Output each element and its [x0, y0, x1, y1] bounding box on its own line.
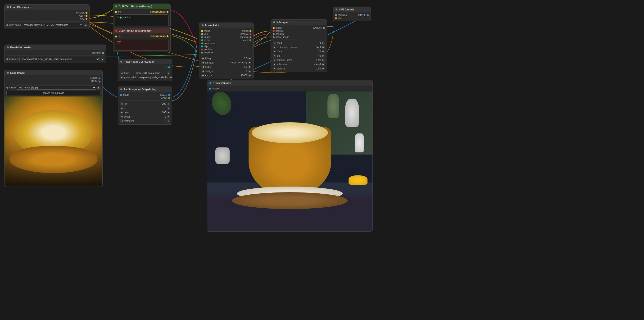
pad-left-left[interactable]: ◀ — [120, 102, 123, 106]
pp-image-in-port[interactable] — [201, 36, 203, 38]
vd-vae-in-port[interactable] — [335, 17, 337, 19]
pad-bottom-left[interactable]: ◀ — [120, 115, 123, 118]
pp-fitting-left[interactable]: ◀ — [201, 57, 204, 60]
pp-base-left[interactable]: ◀ — [120, 71, 123, 75]
pad-left-right[interactable]: ▶ — [167, 102, 170, 106]
pp-end-right[interactable]: ▶ — [248, 74, 252, 77]
pp-fitting-right[interactable]: ▶ — [248, 57, 252, 60]
ckpt-arrow[interactable]: ▶ — [84, 24, 88, 27]
pp-pp-left[interactable]: ◀ — [120, 76, 123, 79]
pad-right-right[interactable]: ▶ — [167, 111, 170, 114]
pi-images-in-port[interactable] — [209, 88, 211, 90]
pad-image-out-port[interactable] — [168, 94, 170, 96]
pp-scale-left[interactable]: ◀ — [201, 65, 204, 69]
clip2-text[interactable]: text — [115, 39, 168, 51]
pp-start-left[interactable]: ◀ — [201, 70, 204, 73]
pad-feathering-right[interactable]: ▶ — [167, 119, 170, 123]
pp-function-left[interactable]: ◀ — [201, 61, 204, 64]
brushnet-arrow[interactable]: ▶ — [101, 58, 104, 61]
pad-image-header: Pad Image for Outpainting — [118, 87, 172, 92]
vae-output-port[interactable] — [86, 18, 88, 20]
pad-top-right[interactable]: ▶ — [167, 106, 170, 110]
ks-latent-in-port[interactable] — [273, 36, 274, 38]
clip2-cond-port[interactable] — [166, 35, 168, 37]
clip1-cond-port[interactable] — [166, 11, 168, 13]
pp-negative-in-port[interactable] — [201, 52, 203, 54]
ks-cfg-right[interactable]: ▶ — [322, 54, 325, 57]
mask-out-port[interactable] — [98, 81, 100, 83]
pp-clip-out-port[interactable] — [168, 66, 170, 68]
pad-image-in-port[interactable] — [120, 94, 122, 96]
ks-latent-out-port[interactable] — [323, 27, 325, 29]
clip2-in-port[interactable] — [115, 36, 117, 38]
pad-top-left[interactable]: ◀ — [120, 106, 123, 110]
brushnet-in-port[interactable] — [6, 58, 8, 60]
ks-model-in-port[interactable] — [273, 27, 274, 29]
ks-scheduler-left[interactable]: ◀ — [273, 63, 276, 66]
ks-denoise-left[interactable]: ◀ — [273, 67, 276, 70]
clip2-in-row: clip — [115, 35, 121, 38]
powerpaint-inputs: model vae image mask — [201, 29, 216, 54]
clip-output-port[interactable] — [86, 15, 88, 17]
clip1-title: CLIP Text Encode (Prompt) — [119, 5, 152, 8]
clip1-text[interactable]: empty scene — [115, 15, 168, 26]
ks-cfg-left[interactable]: ◀ — [273, 54, 276, 57]
ks-seed-right[interactable]: ▶ — [322, 41, 325, 45]
image-in-port[interactable] — [6, 87, 8, 89]
pp-mask-in-port[interactable] — [201, 39, 203, 41]
ks-cag-left[interactable]: ◀ — [273, 46, 276, 49]
pp-vae-in-port[interactable] — [201, 33, 203, 35]
pp-base-right[interactable]: ▶ — [167, 71, 170, 75]
pp-negative-in-row: negative — [201, 51, 213, 54]
clip1-in-port[interactable] — [115, 11, 117, 13]
load-checkpoint-body: MODEL CLIP VAE ckpt_name — [4, 10, 89, 29]
pp-latent-out-port[interactable] — [250, 39, 252, 41]
pp-scale-row: ◀ scale 1.0 ▶ — [201, 65, 252, 69]
ks-pos-in-port[interactable] — [273, 30, 274, 32]
pad-mask-out-port[interactable] — [168, 97, 170, 99]
pad-bottom-right[interactable]: ▶ — [167, 115, 170, 118]
ks-seed-left[interactable]: ◀ — [273, 41, 276, 45]
pp-ppaint-in-port[interactable] — [201, 43, 203, 44]
ks-neg-in-port[interactable] — [273, 33, 274, 35]
upload-button[interactable]: choose file to upload — [6, 91, 100, 95]
pp-pp-right[interactable]: ▶ — [169, 76, 172, 79]
pp-scale-right[interactable]: ▶ — [248, 65, 252, 69]
pp-scale-value: 1.0 — [240, 66, 247, 68]
ks-cag-right[interactable]: ▶ — [322, 46, 325, 49]
image-out-port[interactable] — [98, 78, 100, 79]
ks-scheduler-right[interactable]: ▶ — [322, 63, 325, 66]
pp-positive-out-port[interactable] — [250, 33, 252, 35]
pad-feathering-left[interactable]: ◀ — [120, 119, 123, 123]
image-arrow[interactable]: ▶ — [97, 86, 100, 89]
ks-steps-left[interactable]: ◀ — [273, 50, 276, 53]
brushnet-out-port[interactable] — [102, 52, 104, 54]
ckpt-input-port[interactable] — [6, 24, 8, 26]
pp-end-left[interactable]: ◀ — [201, 74, 204, 77]
model-output-port[interactable] — [86, 12, 88, 14]
pad-right-left[interactable]: ◀ — [120, 111, 123, 114]
pp-function-right[interactable]: ▶ — [248, 61, 252, 64]
pp-model-out-label: model — [242, 30, 248, 32]
vd-samples-in-port[interactable] — [335, 14, 337, 16]
ks-sampler-left[interactable]: ◀ — [273, 58, 276, 62]
image-select[interactable]: test_image (1).jpg — [16, 86, 96, 90]
pp-pp-field: ◀ powerpaint powerpaint/pytorch_model.bi… — [120, 75, 170, 79]
ks-denoise-right[interactable]: ▶ — [322, 67, 325, 70]
pp-image-in-row: image — [201, 36, 210, 39]
pp-model-in-port[interactable] — [201, 30, 203, 32]
ks-steps-right[interactable]: ▶ — [322, 50, 325, 53]
ks-sampler-right[interactable]: ▶ — [322, 58, 325, 62]
pp-negative-out-port[interactable] — [250, 36, 252, 38]
preview-image-inputs: images — [209, 87, 370, 90]
vd-image-out-port[interactable] — [367, 14, 369, 16]
ks-denoise-value: 1.00 — [314, 67, 321, 70]
brushnet-select[interactable]: powerpaint/diffusion_pytorch_model.safet… — [20, 57, 100, 61]
pp-positive-in-port[interactable] — [201, 49, 203, 51]
pp-clip-in-port[interactable] — [201, 46, 203, 47]
vd-vae-in-row: vae — [335, 17, 342, 20]
ckpt-select[interactable]: realisticVisionV60B1_v51VAE.safetensors — [22, 23, 83, 27]
pp-model-out-port[interactable] — [250, 30, 252, 32]
pp-start-right[interactable]: ▶ — [248, 70, 252, 73]
brushnet-body: brushnet brushnet powerpaint/diffusion_p… — [4, 50, 106, 63]
